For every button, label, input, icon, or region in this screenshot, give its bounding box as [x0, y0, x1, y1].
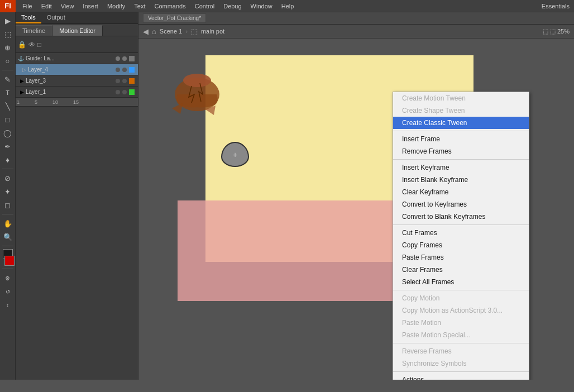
nav-home-icon[interactable]: ⌂	[152, 27, 156, 36]
paint-bucket-tool[interactable]: ⊘	[2, 172, 14, 184]
options-tool[interactable]: ⚙	[2, 272, 14, 284]
toolbar-divider-2	[2, 169, 13, 169]
toolbar: ▶ ⬚ ⊕ ○ ✎ T ╲ □ ◯ ✒ ♦ ⊘ ✦ ◻ ✋ 🔍 ⚙ ↺ ↕	[0, 12, 16, 380]
ctx-insert-blank-keyframe[interactable]: Insert Blank Keyframe	[393, 174, 529, 186]
frames-ruler: 1 5 10 15	[16, 98, 138, 107]
menubar: Fl File Edit View Insert Modify Text Com…	[0, 0, 574, 12]
tab-tools[interactable]: Tools	[16, 12, 41, 23]
rect-tool[interactable]: □	[2, 113, 14, 126]
zoom-icon2: ⬚	[550, 28, 556, 35]
ctx-reverse-frames[interactable]: Reverse Frames	[393, 345, 529, 357]
ctx-divider-3	[393, 224, 529, 225]
ctx-divider-1	[393, 131, 529, 131]
toolbar-divider-5	[2, 269, 13, 269]
eyedropper-tool[interactable]: ✦	[2, 185, 14, 198]
hand-tool[interactable]: ✋	[2, 217, 14, 230]
layer-list: ⚓ Guide: La... ▷ Layer_4 ▶ Layer_3	[16, 53, 138, 98]
nav-back-icon[interactable]: ◀	[143, 27, 149, 36]
stage-pot	[166, 64, 228, 119]
eraser-tool[interactable]: ◻	[2, 199, 14, 211]
ctx-divider-4	[393, 290, 529, 290]
layer-lock-icon: 🔒	[18, 41, 26, 49]
ctx-copy-motion[interactable]: Copy Motion	[393, 292, 529, 304]
panel-tabs: Tools Output	[16, 12, 138, 24]
layer-eye-icon: 👁	[28, 41, 35, 49]
ctx-paste-motion[interactable]: Paste Motion	[393, 317, 529, 329]
menu-modify[interactable]: Modify	[103, 2, 130, 11]
pen-tool[interactable]: ✒	[2, 140, 14, 152]
ctx-convert-to-keyframes[interactable]: Convert to Keyframes	[393, 198, 529, 211]
layer-row-layer4[interactable]: ▷ Layer_4	[16, 64, 138, 75]
stage-tab-bar: Vector_Pot Cracking*	[138, 12, 574, 25]
stage-canvas: + Create Motion Tween Create Shape Tween…	[138, 39, 574, 380]
tab-motion-editor[interactable]: Motion Editor	[52, 25, 103, 36]
brush-tool[interactable]: ♦	[2, 154, 14, 166]
menu-text[interactable]: Text	[130, 2, 150, 11]
stage-tab[interactable]: Vector_Pot Cracking*	[143, 13, 206, 23]
menu-view[interactable]: View	[56, 2, 79, 11]
menu-debug[interactable]: Debug	[219, 2, 246, 11]
extra-tool[interactable]: ↕	[2, 299, 14, 311]
ctx-copy-frames[interactable]: Copy Frames	[393, 239, 529, 251]
zoom-tool[interactable]: 🔍	[2, 231, 14, 243]
ctx-divider-6	[393, 371, 529, 372]
oval-tool[interactable]: ◯	[2, 127, 14, 139]
subselect-tool[interactable]: ⬚	[2, 28, 14, 40]
layer-row-layer1[interactable]: ▶ Layer_1	[16, 87, 138, 98]
stage-nav: ◀ ⌂ Scene 1 › ⬚ main pot ⬚ ⬚ 25%	[138, 25, 574, 39]
select-tool[interactable]: ▶	[2, 15, 14, 27]
layer-box-icon: □	[37, 41, 41, 49]
pencil-tool[interactable]: ✎	[2, 73, 14, 85]
ctx-cut-frames[interactable]: Cut Frames	[393, 227, 529, 239]
menu-commands[interactable]: Commands	[150, 2, 190, 11]
toolbar-divider-4	[2, 246, 13, 246]
menu-window[interactable]: Window	[246, 2, 277, 11]
layer-row-guide[interactable]: ⚓ Guide: La...	[16, 53, 138, 64]
zoom-level: ⬚ ⬚ 25%	[543, 28, 570, 35]
ctx-create-motion-tween[interactable]: Create Motion Tween	[393, 92, 529, 104]
ctx-insert-frame[interactable]: Insert Frame	[393, 133, 529, 145]
layer-header: 🔒 👁 □	[16, 36, 138, 53]
zoom-icon: ⬚	[543, 28, 548, 35]
fill-color[interactable]	[4, 256, 15, 266]
ctx-remove-frames[interactable]: Remove Frames	[393, 145, 529, 157]
menu-file[interactable]: File	[18, 2, 37, 11]
ctx-create-shape-tween[interactable]: Create Shape Tween	[393, 104, 529, 117]
ctx-paste-motion-special[interactable]: Paste Motion Special...	[393, 329, 529, 341]
menu-edit[interactable]: Edit	[37, 2, 56, 11]
ctx-divider-5	[393, 343, 529, 343]
ctx-paste-frames[interactable]: Paste Frames	[393, 251, 529, 264]
ctx-divider-2	[393, 159, 529, 160]
stage-area: Vector_Pot Cracking* ◀ ⌂ Scene 1 › ⬚ mai…	[138, 12, 574, 380]
snap-tool[interactable]: ↺	[2, 285, 14, 298]
svg-point-1	[183, 74, 211, 87]
ctx-create-classic-tween[interactable]: Create Classic Tween	[393, 117, 529, 129]
ctx-clear-keyframe[interactable]: Clear Keyframe	[393, 186, 529, 198]
context-menu: Create Motion Tween Create Shape Tween C…	[393, 92, 529, 380]
scene-label: Scene 1	[160, 28, 182, 35]
app-logo: Fl	[0, 0, 16, 12]
lasso-tool[interactable]: ⊕	[2, 41, 14, 54]
line-tool[interactable]: ╲	[2, 100, 14, 112]
text-tool[interactable]: T	[2, 87, 14, 99]
layer-row-layer3[interactable]: ▶ Layer_3	[16, 75, 138, 87]
ctx-clear-frames[interactable]: Clear Frames	[393, 264, 529, 276]
ctx-actions[interactable]: Actions	[393, 374, 529, 380]
timeline-bar: Timeline Motion Editor	[16, 24, 138, 36]
menu-control[interactable]: Control	[190, 2, 219, 11]
essential-label: Essentials	[542, 3, 574, 9]
ctx-insert-keyframe[interactable]: Insert Keyframe	[393, 161, 529, 174]
tab-output[interactable]: Output	[41, 12, 71, 23]
menu-insert[interactable]: Insert	[78, 2, 103, 11]
toolbar-divider-1	[2, 70, 13, 70]
stage-hat: +	[221, 142, 249, 167]
ctx-convert-to-blank-keyframes[interactable]: Convert to Blank Keyframes	[393, 211, 529, 223]
menu-help[interactable]: Help	[277, 2, 299, 11]
sublayer-label: main pot	[201, 28, 224, 35]
ctx-select-all-frames[interactable]: Select All Frames	[393, 276, 529, 288]
polygon-tool[interactable]: ○	[2, 55, 14, 67]
sublayer-icon: ⬚	[191, 27, 198, 36]
ctx-synchronize-symbols[interactable]: Synchronize Symbols	[393, 357, 529, 370]
ctx-copy-motion-as[interactable]: Copy Motion as ActionScript 3.0...	[393, 304, 529, 317]
tab-timeline[interactable]: Timeline	[16, 25, 52, 36]
